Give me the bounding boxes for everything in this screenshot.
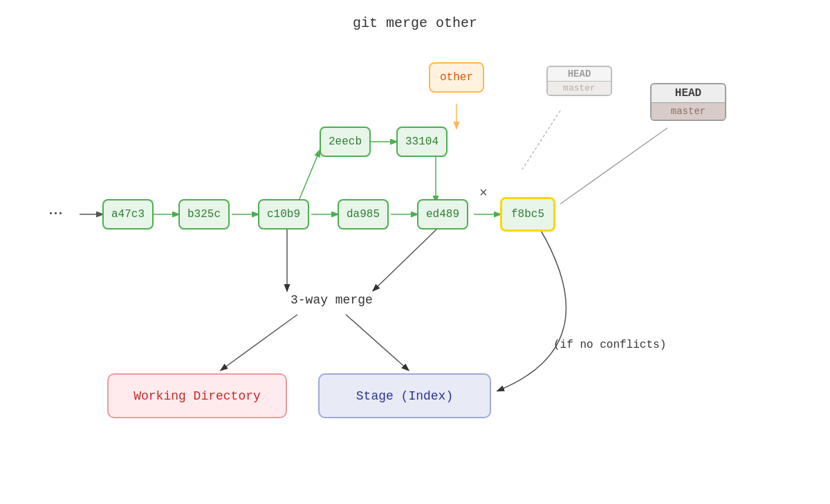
commit-f8bc5: f8bc5 [500,197,555,232]
commit-ed489: ed489 [417,199,468,230]
commit-b325c: b325c [178,199,230,230]
stage-index-node: Stage (Index) [318,373,491,418]
commit-other: other [429,62,484,93]
ellipsis: ··· [48,203,63,225]
commit-33104: 33104 [396,127,448,157]
commit-c10b9: c10b9 [258,199,309,230]
svg-line-13 [374,227,439,290]
diagram-container: git merge other [0,0,830,504]
if-no-conflicts-label: (if no conflicts) [553,339,666,351]
svg-line-10 [522,111,560,169]
arrows-svg [0,0,830,504]
cross-mark: × [479,185,488,201]
svg-line-14 [221,315,297,370]
page-title: git merge other [353,15,477,31]
three-way-merge-label: 3-way merge [290,293,373,307]
working-directory-node: Working Directory [107,373,287,418]
head-master-faded: HEAD master [546,66,612,96]
commit-2eecb: 2eecb [320,127,371,157]
svg-line-15 [346,315,408,370]
commit-a47c3: a47c3 [102,199,154,230]
commit-da985: da985 [338,199,389,230]
head-master-active: HEAD master [650,83,726,121]
svg-line-11 [560,128,667,204]
svg-line-6 [297,151,320,204]
